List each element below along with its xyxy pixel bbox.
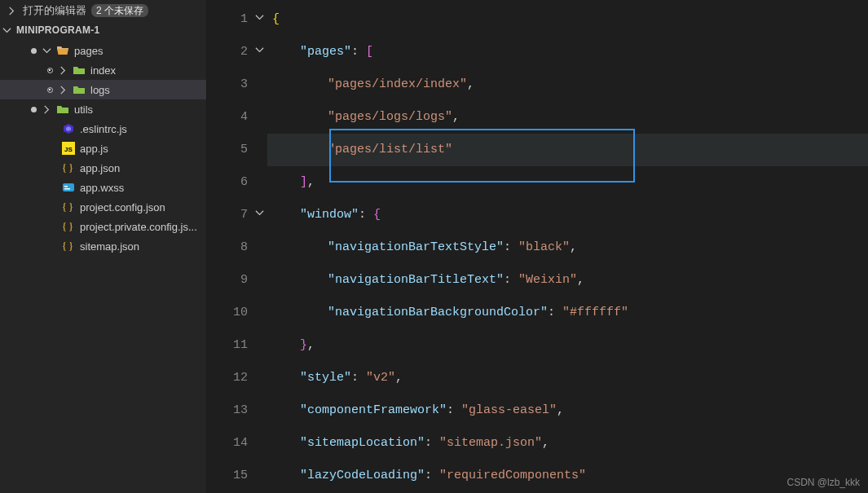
tree-item--eslintrc-js[interactable]: .eslintrc.js [0, 119, 206, 139]
fold-chevron-icon[interactable] [255, 36, 264, 68]
token-punc: , [307, 338, 315, 352]
svg-text:{ }: { } [62, 240, 73, 252]
code-line[interactable]: }, [267, 329, 868, 362]
modified-dot [31, 48, 37, 54]
gutter-line: 9 [207, 264, 267, 297]
gutter-line: 6 [207, 166, 267, 199]
code-line[interactable]: { [267, 3, 868, 36]
tree-item-app-wxss[interactable]: app.wxss [0, 178, 206, 197]
token-punc: : [351, 371, 366, 385]
line-number: 2 [231, 36, 248, 68]
code-line[interactable]: "navigationBarTitleText": "Weixin", [267, 264, 868, 297]
svg-rect-6 [64, 186, 68, 187]
unsaved-count-badge: 2 个未保存 [91, 4, 148, 17]
code-line[interactable]: "sitemapLocation": "sitemap.json", [267, 427, 868, 460]
token-punc: : [548, 306, 562, 319]
fold-chevron-icon[interactable] [255, 3, 264, 36]
code-line[interactable]: "pages/index/index", [267, 68, 868, 101]
tree-item-utils[interactable]: utils [0, 99, 206, 119]
token-str: "Weixin" [518, 273, 577, 287]
tree-item-index[interactable]: index [0, 60, 206, 80]
json-icon: { } [62, 220, 75, 233]
tree-item-app-js[interactable]: JSapp.js [0, 139, 206, 158]
tree-item-project-private-config-js-[interactable]: { }project.private.config.js... [0, 217, 206, 236]
token-key: "pages" [300, 45, 351, 59]
token-punc: , [395, 371, 403, 385]
chevron-right-icon [58, 86, 68, 95]
token-punc: : [359, 208, 373, 222]
code-line[interactable]: ], [267, 166, 868, 199]
token-str: "pages/index/index" [328, 77, 467, 91]
fold-chevron-icon[interactable] [255, 199, 264, 231]
token-punc: , [452, 110, 460, 124]
tree-item-pages[interactable]: pages [0, 41, 206, 60]
tree-item-project-config-json[interactable]: { }project.config.json [0, 197, 206, 217]
file-tree: pagesindexlogsutils.eslintrc.jsJSapp.js{… [0, 39, 206, 258]
code-line[interactable]: "navigationBarTextStyle": "black", [267, 231, 868, 264]
js-icon: JS [62, 142, 75, 155]
token-punc: : [447, 403, 461, 417]
token-punc: , [577, 273, 584, 287]
token-punc: : [504, 273, 518, 287]
line-number: 8 [231, 231, 248, 264]
token-key: "style" [300, 371, 351, 385]
gutter-line: 3 [207, 68, 267, 101]
project-header[interactable]: MINIPROGRAM-1 [0, 21, 206, 39]
token-punc: , [542, 436, 549, 450]
gutter-line: 10 [207, 297, 267, 329]
json-icon: { } [62, 161, 75, 174]
line-number: 12 [231, 362, 248, 394]
chevron-down-icon [2, 26, 11, 35]
chevron-right-icon [58, 66, 68, 75]
line-number: 7 [231, 199, 248, 231]
token-brace2: ] [300, 175, 307, 189]
svg-text:JS: JS [64, 146, 73, 153]
tree-item-label: project.private.config.js... [80, 221, 201, 233]
wxss-icon [62, 181, 75, 194]
tree-item-app-json[interactable]: { }app.json [0, 158, 206, 178]
code-line[interactable]: "style": "v2", [267, 362, 868, 394]
token-punc: : [504, 240, 518, 254]
folder-open-orange-icon [56, 44, 69, 57]
tree-item-label: utils [74, 103, 201, 116]
tree-item-label: app.js [80, 143, 201, 155]
token-brace2: { [373, 208, 381, 222]
line-number: 5 [231, 134, 248, 166]
token-key: "lazyCodeLoading" [300, 469, 425, 482]
code-line[interactable]: "pages": [ [267, 36, 868, 68]
tree-item-label: project.config.json [80, 201, 201, 213]
token-key: "componentFramework" [300, 403, 447, 417]
tree-item-sitemap-json[interactable]: { }sitemap.json [0, 236, 206, 256]
tree-item-logs[interactable]: logs [0, 80, 206, 99]
token-str: "pages/list/list" [328, 143, 452, 156]
line-number: 11 [231, 329, 248, 362]
svg-rect-5 [63, 183, 74, 191]
line-number: 13 [231, 394, 248, 427]
token-brace2: } [300, 338, 307, 352]
token-str: "requiredComponents" [439, 469, 586, 482]
project-name-label: MINIPROGRAM-1 [16, 24, 100, 36]
tree-item-label: .eslintrc.js [80, 123, 201, 135]
code-line[interactable]: "window": { [267, 199, 868, 231]
code-line[interactable]: "lazyCodeLoading": "requiredComponents" [267, 460, 868, 492]
code-line[interactable]: "navigationBarBackgroundColor": "#ffffff… [267, 297, 868, 329]
token-punc: , [570, 240, 577, 254]
code-editor[interactable]: 123456789101112131415 {"pages": ["pages/… [207, 0, 868, 493]
token-key: "navigationBarTitleText" [328, 273, 504, 287]
tree-item-label: pages [74, 45, 201, 57]
editor-code-area[interactable]: {"pages": ["pages/index/index","pages/lo… [267, 0, 868, 493]
code-line[interactable]: "componentFramework": "glass-easel", [267, 394, 868, 427]
svg-rect-7 [64, 188, 70, 190]
code-line[interactable]: "pages/list/list" [267, 134, 868, 166]
open-editors-header[interactable]: 打开的编辑器 2 个未保存 [0, 0, 206, 21]
line-number: 10 [231, 297, 248, 329]
gutter-line: 1 [207, 3, 267, 36]
token-brace: { [272, 12, 280, 26]
line-number: 9 [231, 264, 248, 297]
json-icon: { } [62, 240, 75, 253]
gutter-line: 8 [207, 231, 267, 264]
token-punc: : [351, 45, 366, 59]
folder-green-icon [73, 64, 86, 77]
code-line[interactable]: "pages/logs/logs", [267, 101, 868, 134]
editor-gutter: 123456789101112131415 [207, 0, 267, 493]
